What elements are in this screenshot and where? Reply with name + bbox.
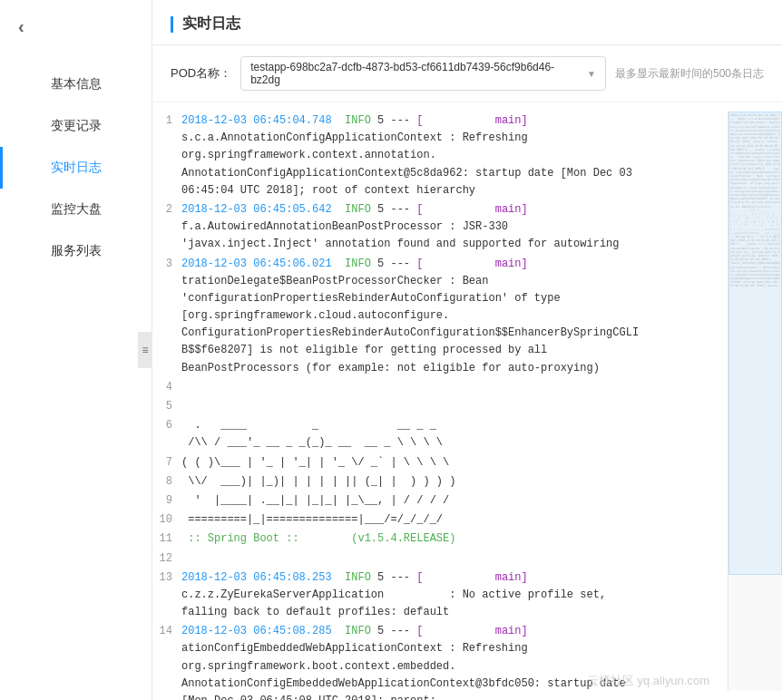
log-line: 4 [152,378,718,397]
log-line: 11 :: Spring Boot :: (v1.5.4.RELEASE) [152,530,718,549]
sidebar-item-change-log[interactable]: 变更记录 [0,105,152,147]
log-line-content: =========|_|==============|___/=/_/_/_/ [181,511,718,529]
log-line-number: 10 [152,511,181,529]
pod-select-dropdown[interactable]: testapp-698bc2a7-dcfb-4873-bd53-cf6611db… [240,56,606,91]
log-line-number: 3 [152,256,181,273]
log-line-number: 9 [152,492,181,510]
log-line: 142018-12-03 06:45:08.285 INFO 5 --- [ m… [152,622,718,700]
log-lines-container: 12018-12-03 06:45:04.748 INFO 5 --- [ ma… [152,112,728,691]
sidebar-item-label: 变更记录 [51,118,102,132]
menu-icon: ≡ [142,344,148,356]
log-line: 9 ' |____| .__|_| |_|_| |_\__, | / / / / [152,491,718,510]
log-line-number: 12 [152,550,181,568]
pod-bar: POD名称： testapp-698bc2a7-dcfb-4873-bd53-c… [152,45,782,102]
back-button[interactable]: ‹ [18,16,24,37]
log-minimap[interactable]: 2018-12-03 06:45:04.748 INFO 5 --- [main… [728,112,782,691]
sidebar-item-label: 监控大盘 [51,201,102,216]
sidebar-item-basic-info[interactable]: 基本信息 [0,63,152,105]
pod-label: POD名称： [171,65,231,82]
minimap-content: 2018-12-03 06:45:04.748 INFO 5 --- [main… [728,112,782,691]
log-line-content: 2018-12-03 06:45:06.021 INFO 5 --- [ mai… [181,256,718,377]
sidebar-item-service-list[interactable]: 服务列表 [0,230,152,272]
log-line-number: 14 [152,623,181,640]
sidebar-item-monitor[interactable]: 监控大盘 [0,189,152,230]
log-line: 12018-12-03 06:45:04.748 INFO 5 --- [ ma… [152,112,718,200]
log-line-content: \\/ ___)| |_)| | | | | || (_| | ) ) ) ) [181,473,718,491]
log-line-number: 5 [152,398,181,415]
log-line: 6 . ____ _ __ _ _ /\\ / ___'_ __ _ _(_)_… [152,416,718,452]
log-line: 132018-12-03 06:45:08.253 INFO 5 --- [ m… [152,569,718,623]
sidebar-toggle-button[interactable]: ≡ [138,332,152,368]
log-line-number: 2 [152,201,181,219]
log-line-content: 2018-12-03 06:45:08.285 INFO 5 --- [ mai… [181,623,718,700]
log-line: 10 =========|_|==============|___/=/_/_/… [152,510,718,530]
log-line: 22018-12-03 06:45:05.642 INFO 5 --- [ ma… [152,200,718,255]
log-line-number: 1 [152,112,181,130]
log-line-number: 8 [152,473,181,491]
sidebar-item-label: 实时日志 [51,160,102,174]
sidebar-item-label: 基本信息 [51,76,102,91]
log-line: 8 \\/ ___)| |_)| | | | | || (_| | ) ) ) … [152,472,718,491]
log-line: 5 [152,397,718,416]
pod-info-text: 最多显示最新时间的500条日志 [615,66,764,82]
main-content: 实时日志 POD名称： testapp-698bc2a7-dcfb-4873-b… [152,0,782,700]
pod-select-value: testapp-698bc2a7-dcfb-4873-bd53-cf6611db… [250,61,580,86]
log-line-number: 4 [152,379,181,396]
page-title: 实时日志 [182,15,240,34]
title-accent-bar [171,16,173,33]
log-line-number: 7 [152,454,181,472]
sidebar-nav: 基本信息 变更记录 实时日志 监控大盘 服务列表 [0,63,152,272]
sidebar-item-label: 服务列表 [51,243,102,258]
page-title-bar: 实时日志 [152,0,782,45]
log-line: 7( ( )\___ | '_ | '_| | '_ \/ _` | \ \ \… [152,453,718,472]
log-line-content: :: Spring Boot :: (v1.5.4.RELEASE) [181,530,718,548]
chevron-down-icon: ▼ [587,69,596,79]
log-line: 12 [152,549,718,569]
log-line-number: 6 [152,417,181,434]
log-line-number: 13 [152,569,181,587]
sidebar: ‹ 基本信息 变更记录 实时日志 监控大盘 服务列表 ≡ [0,0,152,700]
log-line-content: 2018-12-03 06:45:04.748 INFO 5 --- [ mai… [181,112,718,199]
log-line-content: 2018-12-03 06:45:08.253 INFO 5 --- [ mai… [181,569,718,622]
log-line-content: ( ( )\___ | '_ | '_| | '_ \/ _` | \ \ \ … [181,454,718,472]
log-area[interactable]: 12018-12-03 06:45:04.748 INFO 5 --- [ ma… [152,102,782,700]
log-line-content: 2018-12-03 06:45:05.642 INFO 5 --- [ mai… [181,201,718,254]
log-line-number: 11 [152,530,181,548]
log-line-content: . ____ _ __ _ _ /\\ / ___'_ __ _ _(_)_ _… [181,417,718,452]
log-line-content: ' |____| .__|_| |_|_| |_\__, | / / / / [181,492,718,510]
sidebar-item-realtime-log[interactable]: 实时日志 [0,147,152,189]
log-line: 32018-12-03 06:45:06.021 INFO 5 --- [ ma… [152,255,718,378]
